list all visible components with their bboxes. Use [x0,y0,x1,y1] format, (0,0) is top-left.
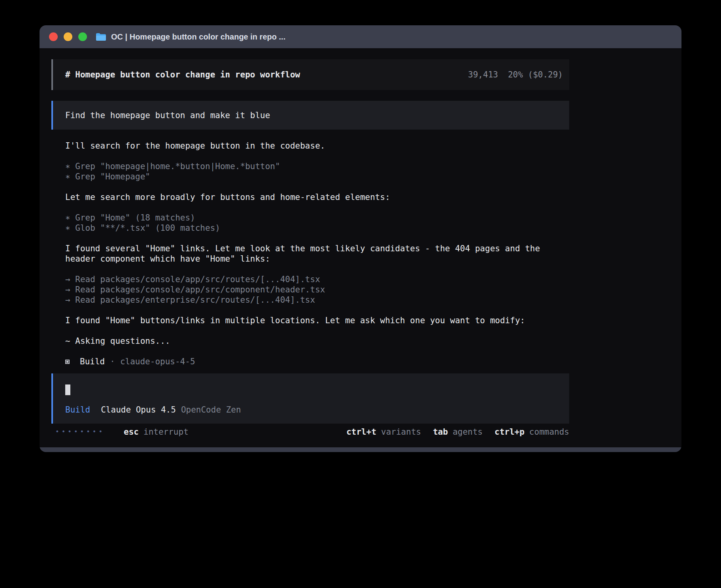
terminal-window: OC | Homepage button color change in rep… [40,25,681,452]
keybind-variants: ctrl+tvariants [346,427,421,437]
window-title: OC | Homepage button color change in rep… [111,32,285,41]
token-count: 39,413 [468,70,498,79]
context-usage: 20% ($0.29) [508,70,563,79]
zoom-button[interactable] [78,32,87,41]
footer-bar: •••••••• esc interrupt ctrl+tvariants ta… [51,427,569,437]
model-row: Build Claude Opus 4.5 OpenCode Zen [65,405,569,415]
assistant-text: I found "Home" buttons/links in multiple… [65,315,569,326]
keybind-esc-label: interrupt [143,427,189,437]
session-title: # Homepage button color change in repo w… [65,70,300,79]
agent-name: Build [80,356,105,367]
prompt-input[interactable]: Build Claude Opus 4.5 OpenCode Zen [51,373,569,424]
keybind-esc: esc [124,427,139,437]
keybind-label: variants [381,427,421,437]
status-line: ~ Asking questions... [65,336,569,346]
tool-call-glob: ∗ Glob "**/*.tsx" (100 matches) [65,223,569,233]
agent-model: claude-opus-4-5 [120,356,195,367]
tool-call-read: → Read packages/console/app/src/routes/[… [65,274,569,285]
tool-call-grep: ∗ Grep "homepage|home.*button|Home.*butt… [65,161,569,172]
user-message-text: Find the homepage button and make it blu… [65,111,270,120]
terminal-content: # Homepage button color change in repo w… [40,48,577,437]
keybind-label: agents [453,427,483,437]
session-header: # Homepage button color change in repo w… [51,59,569,90]
footer-right: ctrl+tvariants tabagents ctrl+pcommands [334,427,569,437]
tool-call-read: → Read packages/console/app/src/componen… [65,285,569,295]
window-bottom-edge [40,447,681,452]
footer-left: •••••••• esc interrupt [51,427,189,437]
keybind-key: ctrl+p [495,427,525,437]
title-bar[interactable]: OC | Homepage button color change in rep… [40,25,681,48]
tool-call-grep: ∗ Grep "Home" (18 matches) [65,213,569,223]
close-button[interactable] [49,32,58,41]
tool-call-read: → Read packages/enterprise/src/routes/[.… [65,295,569,305]
minimize-button[interactable] [64,32,72,41]
keybind-commands: ctrl+pcommands [495,427,569,437]
text-cursor [65,384,70,395]
mode-indicator: Build [65,405,90,415]
window-title-area: OC | Homepage button color change in rep… [96,32,285,41]
model-name: Claude Opus 4.5 [101,405,176,415]
provider-name: OpenCode Zen [181,405,241,415]
assistant-text: I'll search for the homepage button in t… [65,141,569,151]
keybind-key: tab [433,427,448,437]
spinner-dots: •••••••• [55,427,105,437]
assistant-text: I found several "Home" links. Let me loo… [65,243,569,264]
conversation: I'll search for the homepage button in t… [65,141,569,367]
session-stats: 39,41320% ($0.29) [428,60,563,89]
keybind-key: ctrl+t [346,427,376,437]
agent-status-line: Build · claude-opus-4-5 [65,356,569,367]
keybind-agents: tabagents [433,427,483,437]
folder-icon [96,33,106,41]
agent-icon [65,360,70,364]
traffic-lights [49,32,87,41]
agent-separator: · [110,356,115,367]
keybind-label: commands [529,427,569,437]
assistant-text: Let me search more broadly for buttons a… [65,192,569,202]
tool-call-grep: ∗ Grep "Homepage" [65,172,569,182]
user-message-block: Find the homepage button and make it blu… [51,101,569,130]
